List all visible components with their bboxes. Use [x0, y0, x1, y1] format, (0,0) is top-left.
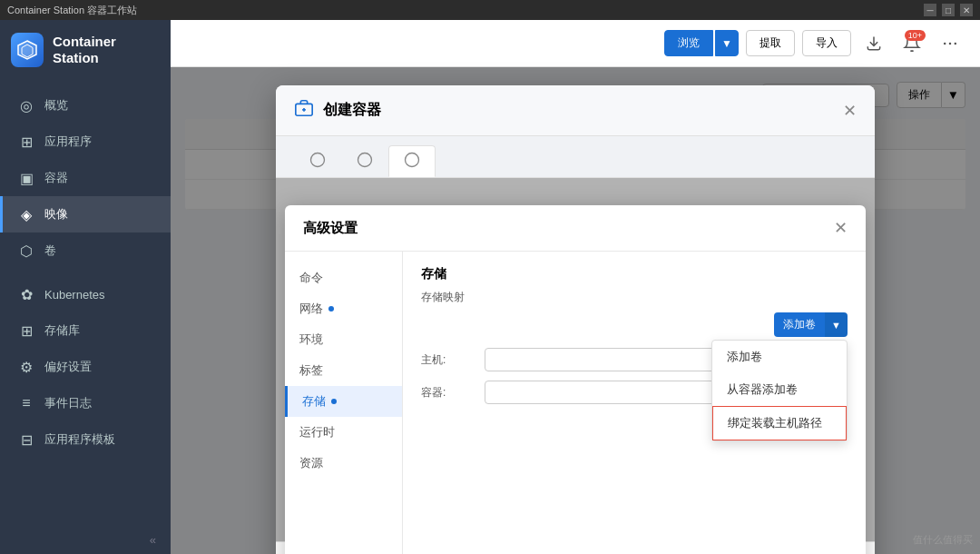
- resources-label: 资源: [299, 455, 323, 471]
- main-content: 浏览 ▼ 提取 导入 10+: [171, 20, 980, 554]
- sidebar-item-containers[interactable]: ▣ 容器: [0, 160, 171, 196]
- create-container-modal: 创建容器 ✕: [276, 85, 875, 554]
- sidebar-label-preferences: 偏好设置: [44, 359, 92, 375]
- storage-section-title: 存储: [421, 266, 446, 282]
- sidebar-header: Container Station: [0, 20, 171, 80]
- sidebar-item-preferences[interactable]: ⚙ 偏好设置: [0, 349, 171, 385]
- import-button[interactable]: 导入: [802, 30, 851, 56]
- adv-sidebar-network[interactable]: 网络: [285, 293, 402, 324]
- adv-sidebar-resources[interactable]: 资源: [285, 448, 402, 479]
- images-icon: ◈: [17, 205, 35, 223]
- dropdown-add-from-container[interactable]: 从容器添加卷: [712, 373, 847, 406]
- sidebar-item-overview[interactable]: ◎ 概览: [0, 87, 171, 124]
- sidebar-label-kubernetes: Kubernetes: [44, 288, 105, 302]
- cmd-label: 命令: [299, 270, 323, 286]
- sidebar-item-apptemplate[interactable]: ⊟ 应用程序模板: [0, 421, 171, 458]
- applications-icon: ⊞: [17, 133, 35, 151]
- extract-button[interactable]: 提取: [746, 30, 795, 56]
- advanced-modal-close[interactable]: ✕: [834, 218, 848, 238]
- adv-sidebar-cmd[interactable]: 命令: [285, 262, 402, 293]
- download-button[interactable]: [858, 28, 889, 59]
- content-area: 操作 ▼ 操作: [171, 67, 980, 554]
- labels-label: 标签: [299, 362, 323, 379]
- titlebar-title: Container Station 容器工作站: [7, 4, 137, 17]
- kubernetes-icon: ✿: [17, 285, 35, 303]
- sidebar-label-overview: 概览: [44, 97, 68, 114]
- dropdown-add-vol[interactable]: 添加卷: [712, 341, 847, 373]
- svg-point-2: [944, 42, 946, 45]
- network-dot: [328, 306, 334, 312]
- sidebar-nav: ◎ 概览 ⊞ 应用程序 ▣ 容器 ◈ 映像 ⬡ 卷 ✿ Kubernetes: [0, 80, 171, 526]
- sidebar-label-containers: 容器: [44, 170, 68, 186]
- notification-badge: 10+: [905, 30, 926, 41]
- adv-sidebar-env[interactable]: 环境: [285, 324, 402, 355]
- svg-point-8: [311, 153, 325, 167]
- create-modal-icon: [294, 98, 314, 123]
- advanced-content: 存储 存储映射 添加卷 ▼ 添加卷: [403, 252, 866, 554]
- browse-arrow-button[interactable]: ▼: [715, 30, 739, 56]
- advanced-settings-modal: 高级设置 ✕ 命令: [285, 205, 866, 554]
- advanced-modal-backdrop: 高级设置 ✕ 命令: [276, 178, 875, 541]
- browse-group: 浏览 ▼: [664, 30, 739, 56]
- create-modal-tabs: [276, 136, 875, 178]
- sidebar-label-volumes: 卷: [44, 242, 56, 259]
- network-label: 网络: [299, 301, 323, 317]
- sidebar-label-images: 映像: [44, 206, 68, 223]
- svg-point-3: [949, 42, 952, 45]
- create-modal-header: 创建容器 ✕: [276, 85, 875, 136]
- collapse-icon: «: [150, 533, 156, 547]
- create-modal-backdrop: 创建容器 ✕: [171, 67, 980, 554]
- adv-sidebar-storage[interactable]: 存储: [285, 386, 402, 417]
- storage-map-label: 存储映射: [421, 290, 848, 305]
- create-tab-2[interactable]: [341, 145, 388, 177]
- storage-header: 存储: [421, 266, 848, 282]
- sidebar-label-apptemplate: 应用程序模板: [44, 431, 115, 448]
- create-tab-1[interactable]: [294, 145, 341, 177]
- sidebar-app-name: Container Station: [53, 34, 160, 66]
- add-volume-button[interactable]: 添加卷: [774, 312, 825, 337]
- containers-icon: ▣: [17, 169, 35, 187]
- sidebar-item-kubernetes[interactable]: ✿ Kubernetes: [0, 276, 171, 312]
- sidebar-item-eventlog[interactable]: ≡ 事件日志: [0, 385, 171, 421]
- titlebar: Container Station 容器工作站 ─ □ ✕: [0, 0, 980, 20]
- create-modal-close[interactable]: ✕: [843, 101, 857, 121]
- adv-sidebar-labels[interactable]: 标签: [285, 355, 402, 386]
- sidebar: Container Station ◎ 概览 ⊞ 应用程序 ▣ 容器 ◈ 映像 …: [0, 20, 171, 554]
- svg-point-10: [406, 153, 419, 167]
- advanced-modal-title: 高级设置: [303, 220, 358, 237]
- sidebar-item-volumes[interactable]: ⬡ 卷: [0, 232, 171, 269]
- registry-icon: ⊞: [17, 322, 35, 340]
- preferences-icon: ⚙: [17, 358, 35, 376]
- minimize-button[interactable]: ─: [924, 4, 936, 16]
- topbar: 浏览 ▼ 提取 导入 10+: [171, 20, 980, 67]
- svg-marker-1: [22, 45, 33, 57]
- container-label: 容器:: [421, 385, 485, 401]
- advanced-modal-body: 命令 网络 环境: [285, 252, 866, 554]
- app-container: Container Station ◎ 概览 ⊞ 应用程序 ▣ 容器 ◈ 映像 …: [0, 20, 980, 554]
- create-modal-title: 创建容器: [323, 101, 381, 120]
- sidebar-item-registry[interactable]: ⊞ 存储库: [0, 312, 171, 349]
- adv-sidebar-runtime[interactable]: 运行时: [285, 417, 402, 448]
- watermark: 值什么值得买: [913, 533, 973, 547]
- create-tab-3[interactable]: [388, 145, 436, 177]
- volumes-icon: ⬡: [17, 242, 35, 260]
- sidebar-item-applications[interactable]: ⊞ 应用程序: [0, 124, 171, 160]
- volume-dropdown: 添加卷 从容器添加卷 绑定装载主机路径: [711, 340, 848, 441]
- close-button[interactable]: ✕: [960, 4, 973, 16]
- more-button[interactable]: [935, 28, 965, 59]
- window-controls: ─ □ ✕: [924, 4, 973, 16]
- add-volume-arrow-button[interactable]: ▼: [825, 312, 848, 337]
- sidebar-collapse-button[interactable]: «: [0, 526, 171, 554]
- maximize-button[interactable]: □: [942, 4, 955, 16]
- sidebar-label-registry: 存储库: [44, 322, 80, 339]
- app-logo: [11, 33, 44, 67]
- dropdown-bind-mount[interactable]: 绑定装载主机路径: [712, 406, 847, 440]
- apptemplate-icon: ⊟: [17, 430, 35, 449]
- bell-button[interactable]: 10+: [897, 28, 927, 59]
- browse-button[interactable]: 浏览: [664, 30, 713, 56]
- storage-label-text: 存储: [302, 393, 326, 410]
- sidebar-item-images[interactable]: ◈ 映像: [0, 196, 171, 232]
- storage-dot: [331, 399, 337, 404]
- sidebar-title-block: Container Station: [53, 34, 160, 66]
- runtime-label: 运行时: [299, 424, 335, 440]
